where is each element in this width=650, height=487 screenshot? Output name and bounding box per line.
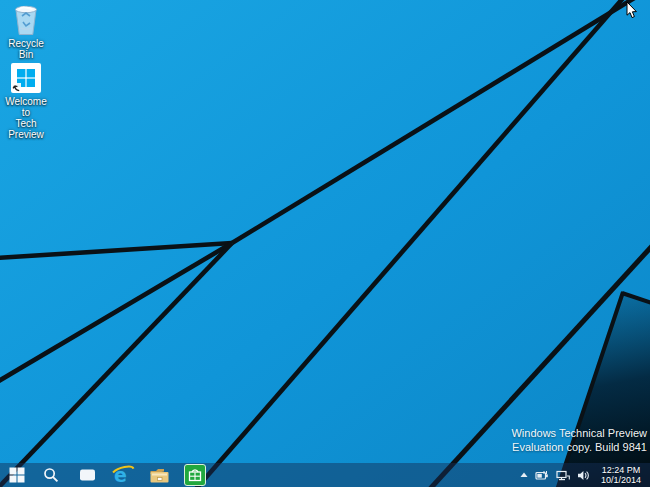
taskbar-clock[interactable]: 12:24 PM 10/1/2014 [597, 465, 645, 486]
show-hidden-icons-button[interactable] [520, 472, 528, 478]
task-view-icon [79, 468, 96, 482]
volume-icon [577, 470, 590, 481]
watermark-line-1: Windows Technical Preview [511, 426, 647, 440]
watermark-line-2: Evaluation copy. Build 9841 [511, 440, 647, 454]
battery-tray-button[interactable] [535, 470, 549, 481]
shortcut-arrow-icon [12, 83, 21, 92]
network-icon [556, 470, 570, 481]
taskbar: e [0, 463, 650, 487]
search-icon [43, 467, 59, 483]
store-icon [184, 464, 206, 486]
desktop-icon-label: Welcome to Tech Preview [0, 96, 52, 140]
desktop-screen: Recycle Bin Welcome to Tech Preview [0, 0, 650, 487]
store-button[interactable] [177, 463, 213, 487]
search-button[interactable] [33, 463, 69, 487]
network-tray-button[interactable] [556, 470, 570, 481]
welcome-shortcut-icon [0, 62, 52, 94]
clock-time: 12:24 PM [597, 465, 645, 476]
desktop-icon-recycle-bin[interactable]: Recycle Bin [0, 3, 52, 60]
cursor-arrow-icon [626, 2, 639, 20]
start-button[interactable] [0, 463, 33, 487]
taskbar-empty-area[interactable] [213, 463, 520, 487]
desktop-icon-welcome-tech-preview[interactable]: Welcome to Tech Preview [0, 62, 52, 140]
file-explorer-button[interactable] [141, 463, 177, 487]
battery-icon [535, 470, 549, 481]
windows-logo-icon [9, 467, 25, 483]
clock-date: 10/1/2014 [597, 475, 645, 486]
desktop-icon-label: Recycle Bin [0, 38, 52, 60]
mouse-cursor [626, 2, 639, 24]
wallpaper [0, 0, 650, 487]
evaluation-watermark: Windows Technical Preview Evaluation cop… [511, 426, 647, 454]
chevron-up-icon [520, 472, 528, 478]
volume-tray-button[interactable] [577, 470, 590, 481]
recycle-bin-icon [0, 3, 52, 36]
system-tray: 12:24 PM 10/1/2014 [520, 463, 650, 487]
folder-icon [149, 467, 170, 484]
internet-explorer-button[interactable]: e [105, 463, 141, 487]
wallpaper-sky [0, 0, 650, 487]
ie-icon: e [111, 464, 135, 486]
task-view-button[interactable] [69, 463, 105, 487]
